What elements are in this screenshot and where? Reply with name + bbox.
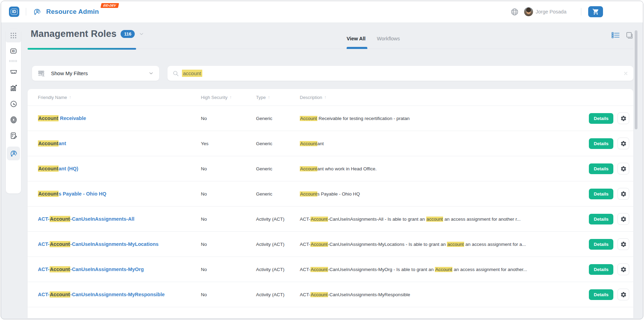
main-content: Management Roles 116 View All Workflows … xyxy=(28,22,633,319)
card-view-button[interactable] xyxy=(625,31,633,39)
filter-row: Show My Filters account xyxy=(28,66,633,81)
list-view-button[interactable] xyxy=(611,31,620,39)
search-icon xyxy=(172,70,179,77)
role-name-link[interactable]: ACT-Account-CanUseInAssignments-MyRespon… xyxy=(38,292,201,297)
column-header-type[interactable]: Type↑ xyxy=(256,95,300,100)
active-tab-underline xyxy=(347,47,367,49)
search-match-highlight: Account xyxy=(310,267,328,272)
gear-button[interactable] xyxy=(617,289,629,300)
gear-icon xyxy=(620,241,627,248)
description-value: Account Receivable for testing recertifi… xyxy=(300,116,577,121)
avatar[interactable] xyxy=(524,7,533,16)
details-button[interactable]: Details xyxy=(589,264,613,275)
search-match-highlight: Account xyxy=(310,292,328,297)
search-match-highlight: Account xyxy=(300,141,317,146)
view-toggles xyxy=(611,31,633,39)
gear-button[interactable] xyxy=(617,138,629,149)
high-security-value: No xyxy=(201,292,256,297)
sidebar-item-resource-admin[interactable] xyxy=(7,147,20,160)
app-title: Resource Admin xyxy=(46,8,99,16)
column-header-friendly-name[interactable]: Friendly Name↑ xyxy=(38,95,201,100)
role-name-link[interactable]: Accounts Payable - Ohio HQ xyxy=(38,191,201,197)
search-match-highlight: Account xyxy=(300,116,317,121)
chevron-down-icon xyxy=(149,71,154,76)
count-badge: 116 xyxy=(121,30,135,38)
apps-grid-icon xyxy=(10,32,17,39)
table-row: Account ReceivableNoGenericAccount Recei… xyxy=(28,106,633,131)
search-input[interactable]: account xyxy=(167,66,633,81)
cart-button[interactable] xyxy=(588,6,603,17)
search-match-highlight: Account xyxy=(38,166,59,172)
gear-button[interactable] xyxy=(617,112,629,124)
gear-icon xyxy=(620,216,627,222)
search-match-highlight: Account xyxy=(435,267,452,272)
type-value: Generic xyxy=(256,141,300,146)
column-header-high-security[interactable]: High Security↑ xyxy=(201,95,256,100)
sidebar-item-analytics[interactable] xyxy=(6,80,21,96)
details-button[interactable]: Details xyxy=(589,163,613,174)
tab-view-all[interactable]: View All xyxy=(347,36,366,41)
search-match-highlight: Account xyxy=(38,191,59,197)
role-name-link[interactable]: ACT-Account-CanUseInAssignments-MyLocati… xyxy=(38,241,201,247)
tab-bar: View All Workflows xyxy=(347,36,400,41)
sidebar-item-collapsed[interactable] xyxy=(6,59,21,63)
high-security-value: No xyxy=(201,217,256,222)
sidebar-item-basket[interactable] xyxy=(6,64,21,79)
table-row: ACT-Account-CanUseInAssignments-MyRespon… xyxy=(28,282,633,307)
gear-button[interactable] xyxy=(617,213,629,225)
tab-workflows[interactable]: Workflows xyxy=(377,36,400,41)
chevron-down-icon[interactable] xyxy=(139,31,144,37)
gear-icon xyxy=(620,191,627,197)
gear-icon xyxy=(620,115,627,122)
roles-table: Friendly Name↑High Security↑Type↑Descrip… xyxy=(28,89,633,318)
role-name-link[interactable]: ACT-Account-CanUseInAssignments-MyOrg xyxy=(38,267,201,272)
app-logo[interactable]: ID xyxy=(9,7,19,17)
table-row-partial xyxy=(28,307,633,318)
basket-icon xyxy=(10,68,18,76)
sidebar-item-fingerprint[interactable] xyxy=(6,112,21,127)
search-match-highlight: Account xyxy=(300,166,317,171)
user-name[interactable]: Jorge Posada xyxy=(536,9,566,14)
search-match-highlight: account xyxy=(426,217,443,222)
column-header-description[interactable]: Description↑ xyxy=(300,95,577,100)
globe-icon[interactable] xyxy=(510,8,519,16)
search-match-highlight: Account xyxy=(310,217,328,222)
dashes-icon xyxy=(9,60,18,62)
vertical-scrollbar[interactable] xyxy=(635,30,637,129)
gear-button[interactable] xyxy=(617,263,629,275)
table-row: ACT-Account-CanUseInAssignments-AllNoAct… xyxy=(28,206,633,231)
sidebar-item-apps[interactable] xyxy=(6,29,21,42)
role-name-link[interactable]: Accountant xyxy=(38,141,201,146)
close-icon[interactable] xyxy=(623,71,628,76)
description-value: ACT-Account-CanUseInAssignments-MyRespon… xyxy=(300,292,577,297)
description-value: ACT-Account-CanUseInAssignments-MyOrg - … xyxy=(300,267,577,272)
type-value: Activity (ACT) xyxy=(256,267,300,272)
form-edit-icon xyxy=(10,132,18,140)
role-name-link[interactable]: ACT-Account-CanUseInAssignments-All xyxy=(38,216,201,222)
details-button[interactable]: Details xyxy=(589,214,613,224)
details-button[interactable]: Details xyxy=(589,289,613,300)
table-row: Accountant (HQ)NoGenericAccountant who w… xyxy=(28,156,633,181)
search-match-highlight: Account xyxy=(50,216,70,222)
sidebar-item-id-card[interactable]: ID xyxy=(6,44,21,58)
table-header: Friendly Name↑High Security↑Type↑Descrip… xyxy=(28,89,633,106)
details-button[interactable]: Details xyxy=(589,189,613,199)
title-gradient-underline xyxy=(28,48,136,50)
type-value: Activity (ACT) xyxy=(256,242,300,247)
type-value: Generic xyxy=(256,116,300,121)
details-button[interactable]: Details xyxy=(589,113,613,124)
details-button[interactable]: Details xyxy=(589,239,613,250)
sidebar-item-gauge[interactable] xyxy=(6,96,21,111)
role-name-link[interactable]: Account Receivable xyxy=(38,116,201,121)
header-divider xyxy=(581,8,581,16)
table-row: AccountantYesGenericAccountantDetails xyxy=(28,131,633,156)
gear-button[interactable] xyxy=(617,238,629,250)
filters-dropdown[interactable]: Show My Filters xyxy=(32,66,159,81)
search-value: account xyxy=(182,70,202,77)
role-name-link[interactable]: Accountant (HQ) xyxy=(38,166,201,171)
gear-button[interactable] xyxy=(617,188,629,200)
details-button[interactable]: Details xyxy=(589,138,613,149)
sidebar-item-tasks[interactable] xyxy=(6,128,21,143)
id-card-icon: ID xyxy=(9,47,18,55)
gear-button[interactable] xyxy=(617,163,629,174)
